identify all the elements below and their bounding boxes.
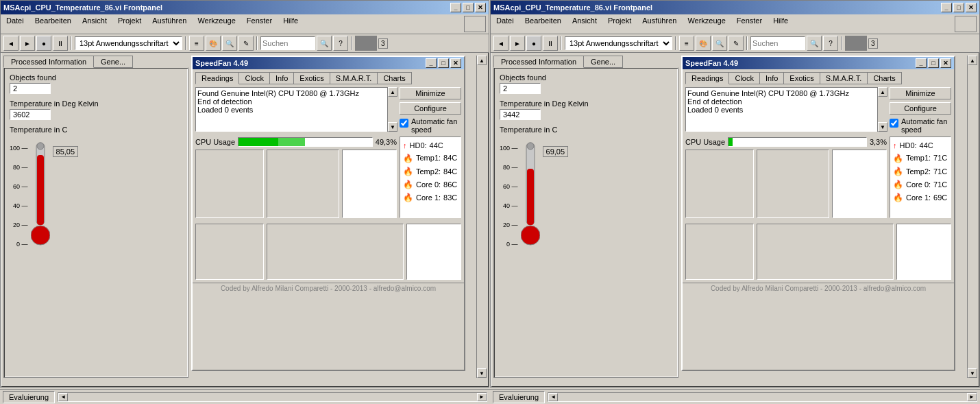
right-menu-fenster[interactable]: Fenster [734, 16, 765, 32]
right-hs-left[interactable]: ◄ [548, 393, 558, 401]
left-menu-fenster[interactable]: Fenster [244, 16, 275, 32]
right-menu-hilfe[interactable]: Hilfe [770, 16, 791, 32]
right-menu-projekt[interactable]: Projekt [605, 16, 634, 32]
right-tb-tool1[interactable]: ✎ [728, 36, 744, 51]
right-menu-ausfuhren[interactable]: Ausführen [639, 16, 679, 32]
left-menu-bearbeiten[interactable]: Bearbeiten [32, 16, 74, 32]
left-sf-log[interactable]: Found Genuine Intel(R) CPU T2080 @ 1.73G… [195, 87, 397, 132]
right-sf-tab-readings[interactable]: Readings [685, 72, 729, 84]
left-sf-title-text: SpeedFan 4.49 [195, 59, 248, 67]
left-minimize-btn[interactable]: _ [450, 3, 461, 12]
right-sf-min-btn[interactable]: _ [916, 58, 927, 68]
right-sf-tab-clock[interactable]: Clock [728, 72, 760, 84]
right-close-btn[interactable]: ✕ [966, 3, 977, 12]
right-search-btn[interactable]: 🔍 [807, 36, 822, 51]
left-main-scroll-down[interactable]: ▼ [477, 368, 487, 378]
right-main-scroll-down[interactable]: ▼ [968, 368, 977, 378]
right-tab-gene[interactable]: Gene... [583, 56, 623, 68]
right-sf-minimize-btn[interactable]: Minimize [890, 87, 951, 99]
left-menu-projekt[interactable]: Projekt [115, 16, 144, 32]
right-sf-configure-btn[interactable]: Configure [890, 102, 951, 115]
left-maximize-btn[interactable]: □ [463, 3, 474, 12]
left-taskbar-btn[interactable]: Evaluierung [3, 391, 55, 403]
left-lower3 [406, 224, 461, 280]
left-menu-hilfe[interactable]: Hilfe [280, 16, 301, 32]
left-scroll-down[interactable]: ▼ [388, 122, 397, 132]
left-hs-left[interactable]: ◄ [58, 393, 68, 401]
right-hs-right[interactable]: ► [967, 393, 977, 401]
right-auto-fan-cb[interactable] [890, 119, 898, 128]
right-sf-tab-charts[interactable]: Charts [867, 72, 901, 84]
left-cpu-fill1 [238, 138, 278, 146]
left-minimize-btn[interactable]: Minimize [400, 87, 461, 99]
right-scroll-down[interactable]: ▼ [878, 122, 887, 132]
right-tb-circle[interactable]: ● [526, 36, 541, 51]
left-tb-align[interactable]: ≡ [189, 36, 204, 51]
right-sf-close-btn[interactable]: ✕ [940, 58, 951, 68]
left-sf-tab-info[interactable]: Info [269, 72, 294, 84]
right-font-dropdown[interactable]: 13pt Anwendungsschriftart [565, 36, 672, 50]
right-menu-ansicht[interactable]: Ansicht [569, 16, 600, 32]
left-tb-pause[interactable]: ⏸ [53, 36, 68, 51]
left-sf-tab-smart[interactable]: S.M.A.R.T. [330, 72, 378, 84]
right-tb-fwd[interactable]: ► [510, 36, 525, 51]
left-sf-tab-charts[interactable]: Charts [377, 72, 411, 84]
right-sf-max-btn[interactable]: □ [928, 58, 939, 68]
left-search-input[interactable] [260, 36, 315, 50]
left-sf-tab-clock[interactable]: Clock [238, 72, 270, 84]
right-sf-tab-exotics[interactable]: Exotics [783, 72, 820, 84]
right-menu-werkzeuge[interactable]: Werkzeuge [685, 16, 728, 32]
right-tb-pause[interactable]: ⏸ [543, 36, 558, 51]
right-menu-datei[interactable]: Datei [493, 16, 517, 32]
right-minimize-btn[interactable]: _ [941, 3, 952, 12]
right-scale-80: 80 — [503, 164, 518, 183]
right-tb-align[interactable]: ≡ [679, 36, 694, 51]
left-menu-datei[interactable]: Datei [3, 16, 27, 32]
right-sf-tab-info[interactable]: Info [759, 72, 784, 84]
left-sf-close-btn[interactable]: ✕ [450, 58, 461, 68]
right-sf-log[interactable]: Found Genuine Intel(R) CPU T2080 @ 1.73G… [685, 87, 887, 132]
left-scroll-up[interactable]: ▲ [388, 87, 397, 97]
left-sf-min-btn[interactable]: _ [426, 58, 437, 68]
svg-point-3 [37, 143, 44, 150]
left-menu-ausfuhren[interactable]: Ausführen [149, 16, 189, 32]
right-tab-processed-info[interactable]: Processed Information [493, 56, 584, 68]
left-tb-fwd[interactable]: ► [20, 36, 35, 51]
right-tb-color[interactable]: 🎨 [696, 36, 711, 51]
right-search-input[interactable] [750, 36, 805, 50]
left-configure-btn[interactable]: Configure [400, 102, 461, 115]
left-tb-circle[interactable]: ● [36, 36, 51, 51]
left-tb-color[interactable]: 🎨 [206, 36, 221, 51]
right-sf-scrollbar: ▲ ▼ [877, 87, 887, 132]
left-menu-ansicht[interactable]: Ansicht [79, 16, 110, 32]
right-auto-fan-row: Automatic fan speed [890, 117, 951, 134]
left-sf-tab-readings[interactable]: Readings [195, 72, 239, 84]
left-tb-back[interactable]: ◄ [3, 36, 19, 51]
right-sf-tab-smart[interactable]: S.M.A.R.T. [820, 72, 868, 84]
left-menu-werkzeuge[interactable]: Werkzeuge [195, 16, 238, 32]
tab-gene[interactable]: Gene... [93, 56, 133, 68]
left-close-btn[interactable]: ✕ [475, 3, 486, 12]
left-help-btn[interactable]: ? [333, 36, 348, 51]
left-hd0-label: HD0: [410, 140, 427, 152]
right-tb-back[interactable]: ◄ [493, 36, 509, 51]
left-main-scroll-up[interactable]: ▲ [477, 56, 487, 65]
right-taskbar-btn[interactable]: Evaluierung [493, 391, 545, 403]
right-help-btn[interactable]: ? [823, 36, 838, 51]
right-temp-kelvin-label: Temperature in Deg Kelvin [500, 99, 672, 108]
left-font-dropdown[interactable]: 13pt Anwendungsschriftart [75, 36, 182, 50]
left-sf-max-btn[interactable]: □ [438, 58, 449, 68]
right-maximize-btn[interactable]: □ [953, 3, 964, 12]
left-tb-tool1[interactable]: ✎ [238, 36, 254, 51]
tab-processed-info[interactable]: Processed Information [3, 56, 94, 68]
right-menu-bearbeiten[interactable]: Bearbeiten [522, 16, 564, 32]
left-sf-tab-exotics[interactable]: Exotics [293, 72, 330, 84]
left-auto-fan-cb[interactable] [400, 119, 408, 128]
left-hs-right[interactable]: ► [477, 393, 487, 401]
right-main-scrollbar: ▲ ▼ [967, 56, 977, 378]
right-scroll-up[interactable]: ▲ [878, 87, 887, 97]
right-tb-zoom[interactable]: 🔍 [712, 36, 727, 51]
left-search-btn[interactable]: 🔍 [317, 36, 332, 51]
right-main-scroll-up[interactable]: ▲ [968, 56, 977, 65]
left-tb-zoom[interactable]: 🔍 [222, 36, 237, 51]
